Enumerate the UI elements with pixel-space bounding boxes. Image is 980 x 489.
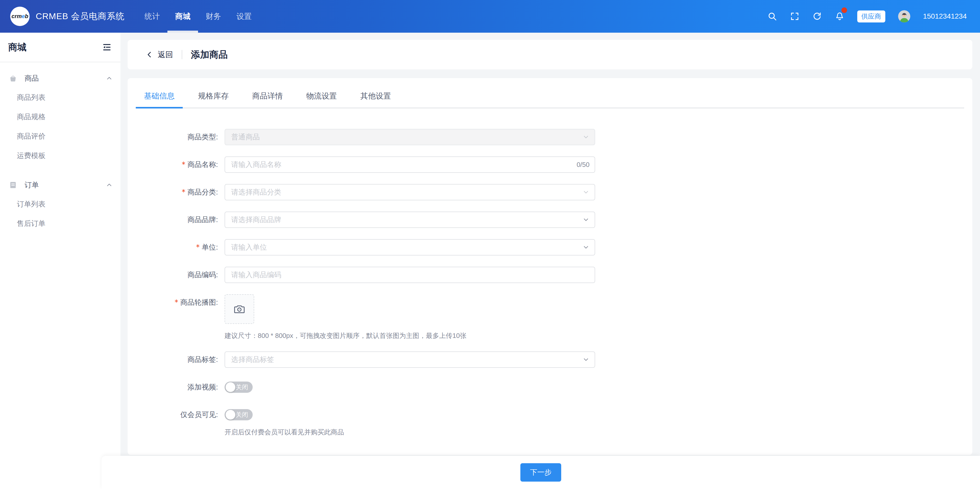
form-row-goods-category: *商品分类: 请选择商品分类 xyxy=(136,184,964,200)
order-icon xyxy=(9,181,18,190)
app-window: crmeb CRMEB 会员电商系统 统计 商城 财务 设置 xyxy=(0,0,980,489)
form-card: 基础信息 规格库存 商品详情 物流设置 其他设置 商品类型: 普通商品 xyxy=(127,78,972,455)
tab-goods-detail[interactable]: 商品详情 xyxy=(244,85,291,107)
logo-icon: crmeb xyxy=(10,6,30,26)
field-label: 商品类型: xyxy=(136,129,224,145)
sidebar-header: 商城 xyxy=(0,33,121,62)
sidebar-item-goods-spec[interactable]: 商品规格 xyxy=(17,111,72,130)
notification-badge-dot xyxy=(842,7,847,13)
members-only-toggle[interactable]: 关闭 xyxy=(224,409,253,421)
form-row-add-video: 添加视频: 关闭 xyxy=(136,379,964,395)
tab-other-settings[interactable]: 其他设置 xyxy=(352,85,399,107)
refresh-icon[interactable] xyxy=(812,11,822,21)
tab-basic-info[interactable]: 基础信息 xyxy=(136,85,183,107)
field-label: 仅会员可见: xyxy=(136,406,224,423)
field-label: *商品名称: xyxy=(136,156,224,173)
main-content: 返回 添加商品 基础信息 规格库存 商品详情 物流设置 其他设置 商品类型: xyxy=(121,33,980,489)
tab-spec-stock[interactable]: 规格库存 xyxy=(190,85,237,107)
field-label: 商品品牌: xyxy=(136,212,224,228)
required-star: * xyxy=(175,298,178,306)
basic-info-form: 商品类型: 普通商品 *商品名称: 0/50 xyxy=(136,129,964,437)
bottom-action-bar: 下一步 xyxy=(102,456,980,489)
goods-type-select: 普通商品 xyxy=(224,129,595,145)
notifications-button[interactable] xyxy=(835,11,845,21)
toggle-state-label: 关闭 xyxy=(236,409,248,421)
upload-hint: 建议尺寸：800 * 800px，可拖拽改变图片顺序，默认首张图为主图，最多上传… xyxy=(224,331,595,340)
required-star: * xyxy=(196,243,200,252)
tab-bar: 基础信息 规格库存 商品详情 物流设置 其他设置 xyxy=(136,78,964,108)
toggle-knob xyxy=(226,410,235,420)
menu-collapse-icon[interactable] xyxy=(102,43,111,52)
divider xyxy=(182,50,182,59)
char-counter: 0/50 xyxy=(576,156,590,173)
user-avatar[interactable] xyxy=(898,10,910,22)
page-body: 商城 商品 商品列表 xyxy=(0,33,980,489)
goods-icon xyxy=(9,74,18,83)
toggle-knob xyxy=(226,382,235,392)
form-row-unit: *单位: 请输入单位 xyxy=(136,239,964,255)
user-phone[interactable]: 15012341234 xyxy=(923,12,967,21)
logo: crmeb CRMEB 会员电商系统 xyxy=(10,6,124,26)
search-icon[interactable] xyxy=(767,11,777,21)
unit-select[interactable]: 请输入单位 xyxy=(224,239,595,255)
tab-logistics[interactable]: 物流设置 xyxy=(298,85,345,107)
nav-item-settings[interactable]: 设置 xyxy=(229,0,259,33)
chevron-down-icon xyxy=(582,134,590,141)
sidebar-group-goods-header[interactable]: 商品 xyxy=(9,73,112,83)
form-row-goods-type: 商品类型: 普通商品 xyxy=(136,129,964,145)
goods-tag-select[interactable]: 选择商品标签 xyxy=(224,352,595,368)
form-row-goods-code: 商品编码: xyxy=(136,267,964,283)
nav-item-mall[interactable]: 商城 xyxy=(167,0,198,33)
add-video-toggle[interactable]: 关闭 xyxy=(224,382,253,393)
field-label: 添加视频: xyxy=(136,379,224,395)
next-step-button[interactable]: 下一步 xyxy=(520,463,561,482)
chevron-up-icon xyxy=(106,75,112,81)
back-label: 返回 xyxy=(158,49,173,60)
bell-icon xyxy=(835,11,845,21)
chevron-up-icon xyxy=(106,182,112,188)
chevron-down-icon xyxy=(582,356,590,363)
chevron-down-icon xyxy=(582,216,590,223)
top-header: crmeb CRMEB 会员电商系统 统计 商城 财务 设置 xyxy=(0,0,980,33)
field-label: *商品分类: xyxy=(136,184,224,200)
sidebar-group-orders-header[interactable]: 订单 xyxy=(9,180,112,190)
sidebar-item-goods-list[interactable]: 商品列表 xyxy=(17,91,72,111)
sidebar-item-goods-review[interactable]: 商品评价 xyxy=(17,130,72,150)
sidebar-item-aftersale-order[interactable]: 售后订单 xyxy=(17,217,72,237)
sidebar-group-label: 订单 xyxy=(24,180,39,190)
back-button[interactable]: 返回 xyxy=(146,49,173,60)
chevron-down-icon xyxy=(582,189,590,196)
app-title: CRMEB 会员电商系统 xyxy=(36,10,124,22)
form-row-members-only: 仅会员可见: 关闭 开启后仅付费会员可以看见并购买此商品 xyxy=(136,406,964,437)
camera-icon xyxy=(233,303,245,315)
form-row-carousel-images: *商品轮播图: 建议尺寸：800 * 800px，可拖拽改变图片顺序，默认首张图… xyxy=(136,294,964,340)
form-row-goods-brand: 商品品牌: 请选择商品品牌 xyxy=(136,212,964,228)
form-row-goods-tag: 商品标签: 选择商品标签 xyxy=(136,352,964,368)
avatar-image xyxy=(898,10,910,22)
top-nav: 统计 商城 财务 设置 xyxy=(137,0,259,33)
goods-category-select[interactable]: 请选择商品分类 xyxy=(224,184,595,200)
nav-item-finance[interactable]: 财务 xyxy=(198,0,229,33)
chevron-left-icon xyxy=(146,51,153,58)
sidebar-group-label: 商品 xyxy=(24,73,39,83)
nav-item-statistics[interactable]: 统计 xyxy=(137,0,167,33)
sidebar: 商城 商品 商品列表 xyxy=(0,33,121,489)
sidebar-orders-items: 订单列表 售后订单 xyxy=(9,198,112,237)
required-star: * xyxy=(182,160,185,169)
field-label: 商品编码: xyxy=(136,267,224,283)
sidebar-group-goods: 商品 商品列表 商品规格 商品评价 运费模板 xyxy=(0,62,121,169)
sidebar-item-order-list[interactable]: 订单列表 xyxy=(17,198,72,217)
goods-code-input[interactable] xyxy=(224,267,595,283)
image-upload-button[interactable] xyxy=(224,294,254,324)
goods-name-input[interactable] xyxy=(224,156,595,173)
sidebar-goods-items: 商品列表 商品规格 商品评价 运费模板 xyxy=(9,91,112,169)
required-star: * xyxy=(182,188,185,196)
fullscreen-icon[interactable] xyxy=(790,11,800,21)
field-label: 商品标签: xyxy=(136,352,224,368)
page-header-card: 返回 添加商品 xyxy=(127,40,972,69)
field-label: *商品轮播图: xyxy=(136,294,224,311)
sidebar-item-freight-template[interactable]: 运费模板 xyxy=(17,150,72,169)
toggle-state-label: 关闭 xyxy=(236,382,248,393)
goods-brand-select[interactable]: 请选择商品品牌 xyxy=(224,212,595,228)
form-row-goods-name: *商品名称: 0/50 xyxy=(136,156,964,173)
